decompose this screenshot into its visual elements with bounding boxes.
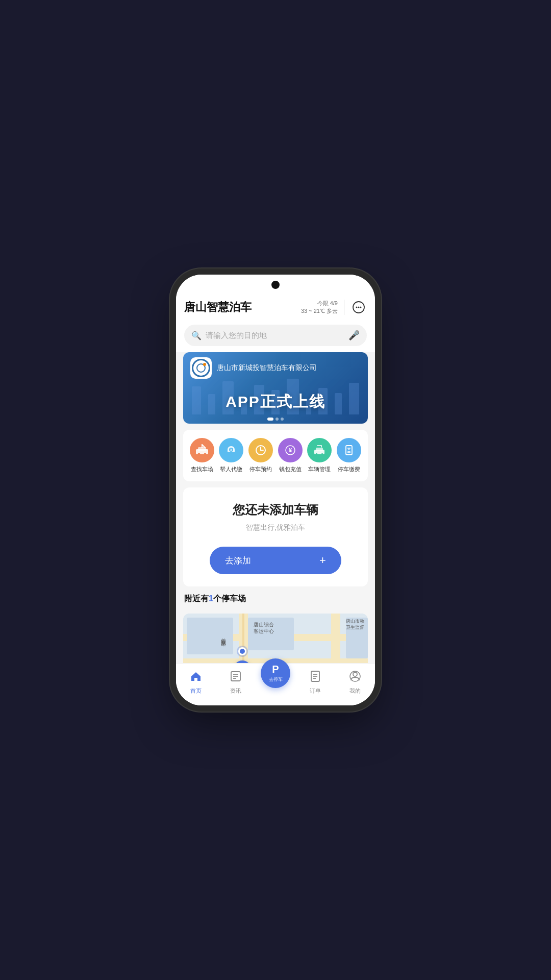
orders-icon [309, 670, 321, 685]
quick-actions: 查找车场 ¥ 帮人代缴 [183, 430, 368, 481]
pay-others-label: 帮人代缴 [220, 465, 242, 473]
action-vehicle-mgmt[interactable]: 车辆管理 [306, 438, 333, 473]
nearby-count: 1 [209, 594, 213, 603]
nav-orders[interactable]: 订单 [300, 670, 331, 695]
vehicle-card: 您还未添加车辆 智慧出行,优雅泊车 去添加 + [183, 487, 368, 586]
search-input-wrapper[interactable]: 🔍 请输入您的目的地 🎤 [184, 325, 367, 346]
svg-point-6 [197, 453, 200, 456]
camera-notch [271, 281, 280, 289]
vehicle-empty-subtitle: 智慧出行,优雅泊车 [193, 523, 358, 532]
news-label: 资讯 [230, 687, 241, 695]
banner-dots [267, 418, 284, 421]
nearby-prefix: 附近有 [184, 594, 209, 603]
nav-profile[interactable]: 我的 [340, 670, 370, 695]
reservation-icon [248, 438, 273, 462]
profile-label: 我的 [349, 687, 361, 695]
svg-point-7 [204, 453, 206, 456]
find-parking-icon [190, 438, 214, 462]
chat-icon[interactable] [350, 299, 367, 315]
profile-icon [349, 670, 361, 685]
dot-2 [276, 418, 279, 421]
app-title: 唐山智慧泊车 [184, 300, 252, 315]
action-wallet[interactable]: ¥ 钱包充值 [277, 438, 304, 473]
action-pay-others[interactable]: ¥ 帮人代缴 [218, 438, 244, 473]
banner-company: 唐山市新城投智慧泊车有限公司 [217, 363, 317, 373]
action-find-parking[interactable]: 查找车场 [189, 438, 215, 473]
svg-point-2 [358, 307, 360, 308]
parking-payment-icon: ¥ [337, 438, 361, 462]
banner-logo [190, 357, 212, 379]
svg-text:¥: ¥ [231, 448, 233, 452]
home-icon [190, 670, 202, 685]
map-label-top-right: 唐山市动 卫生监督 [346, 619, 364, 630]
nav-parking[interactable]: P 去停车 [260, 658, 291, 688]
parking-payment-label: 停车缴费 [338, 465, 360, 473]
dot-3 [281, 418, 284, 421]
parking-center-button[interactable]: P 去停车 [261, 658, 290, 688]
map-label-bus-station: 唐山综合 客运中心 [254, 621, 274, 634]
svg-point-19 [316, 453, 318, 455]
svg-point-3 [360, 307, 362, 308]
svg-rect-22 [347, 451, 350, 453]
nav-home[interactable]: 首页 [181, 670, 211, 695]
action-parking-payment[interactable]: ¥ 停车缴费 [336, 438, 362, 473]
vehicle-empty-title: 您还未添加车辆 [193, 502, 358, 518]
wallet-label: 钱包充值 [279, 465, 302, 473]
find-parking-label: 查找车场 [191, 465, 213, 473]
weather-info: 今限 4/9 33 ~ 21℃ 多云 [301, 300, 338, 315]
add-vehicle-plus: + [319, 554, 326, 567]
bottom-nav: 首页 资讯 P 去停车 [176, 663, 375, 705]
header-right: 今限 4/9 33 ~ 21℃ 多云 [301, 299, 367, 315]
dot-1 [267, 418, 273, 421]
search-placeholder: 请输入您的目的地 [206, 331, 344, 340]
search-bar: 🔍 请输入您的目的地 🎤 [176, 321, 375, 352]
svg-point-1 [356, 307, 358, 308]
vehicle-mgmt-icon [307, 438, 332, 462]
banner-top: 唐山市新城投智慧泊车有限公司 [183, 352, 368, 384]
news-icon [230, 670, 242, 685]
weather-limit: 今限 4/9 [301, 300, 338, 307]
nearby-title: 附近有1个停车场 [184, 594, 367, 604]
action-reservation[interactable]: 停车预约 [247, 438, 274, 473]
svg-point-33 [353, 672, 357, 676]
svg-rect-18 [316, 448, 323, 451]
add-vehicle-label: 去添加 [225, 555, 251, 567]
mic-icon[interactable]: 🎤 [348, 330, 360, 341]
svg-text:¥: ¥ [289, 447, 292, 453]
orders-label: 订单 [310, 687, 321, 695]
add-vehicle-button[interactable]: 去添加 + [210, 547, 341, 574]
banner-tagline: APP正式上线 [183, 391, 368, 412]
wallet-icon: ¥ [278, 438, 303, 462]
map-label-road: 竹安南路 [220, 634, 227, 638]
reservation-label: 停车预约 [249, 465, 272, 473]
search-icon: 🔍 [191, 331, 202, 340]
nearby-section: 附近有1个停车场 [176, 586, 375, 614]
map-location-dot [238, 647, 246, 655]
header-divider [344, 300, 344, 315]
vehicle-mgmt-label: 车辆管理 [308, 465, 331, 473]
svg-point-20 [321, 453, 323, 455]
nav-news[interactable]: 资讯 [220, 670, 251, 695]
weather-temp: 33 ~ 21℃ 多云 [301, 307, 338, 315]
phone-frame: 唐山智慧泊车 今限 4/9 33 ~ 21℃ 多云 [176, 275, 375, 705]
banner: 唐山市新城投智慧泊车有限公司 APP正式上线 [183, 352, 368, 424]
nearby-suffix: 个停车场 [213, 594, 246, 603]
pay-others-icon: ¥ [219, 438, 243, 462]
home-label: 首页 [190, 687, 202, 695]
phone-screen: 唐山智慧泊车 今限 4/9 33 ~ 21℃ 多云 [176, 275, 375, 705]
